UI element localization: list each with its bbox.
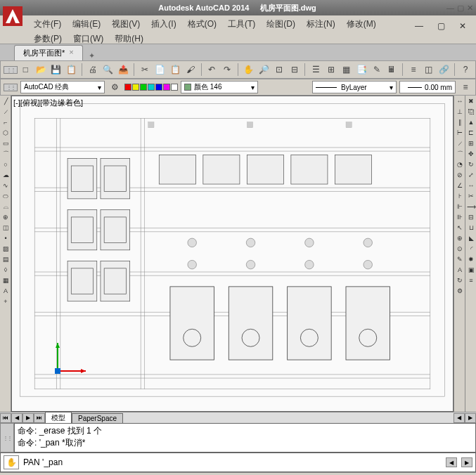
join-icon[interactable]: ⊔ [466,223,476,233]
dim-update-icon[interactable]: ↻ [455,275,465,285]
xref-icon[interactable]: 🔗 [437,63,451,77]
block-icon[interactable]: ◫ [422,63,436,77]
quickcalc-icon[interactable]: 🖩 [385,63,399,77]
lineweight-toggle-icon[interactable]: ≡ [458,80,472,94]
ucs-icon[interactable] [47,339,89,383]
polygon-tool-icon[interactable]: ⬡ [1,128,11,138]
paste-icon[interactable]: 📋 [168,63,182,77]
table-tool-icon[interactable]: ▦ [1,275,11,285]
region-tool-icon[interactable]: ◊ [1,265,11,275]
maximize-button[interactable]: ▢ [457,4,464,13]
polyline-tool-icon[interactable]: ⌐ [1,117,11,127]
copy-mod-icon[interactable]: ⿻ [466,107,476,117]
color-blue[interactable] [155,84,162,91]
tab-scroll-next-icon[interactable]: ▶ [22,413,34,423]
doc-maximize-button[interactable]: ▢ [432,20,451,32]
fillet-icon[interactable]: ◜ [466,244,476,254]
ellipsearc-tool-icon[interactable]: ⌓ [1,202,11,212]
revcloud-tool-icon[interactable]: ☁ [1,170,11,180]
leader-icon[interactable]: ↖ [455,223,465,233]
move-icon[interactable]: ✥ [466,149,476,159]
draworder-icon[interactable]: ▣ [466,265,476,275]
offset-icon[interactable]: ⊏ [466,128,476,138]
save-icon[interactable]: 💾 [49,63,63,77]
pan-icon[interactable]: ✋ [242,63,256,77]
file-tab-active[interactable]: 机房平面图* × [14,45,83,60]
dim-style-icon[interactable]: ⚙ [455,286,465,296]
menu-draw[interactable]: 绘图(D) [261,17,301,32]
trim-icon[interactable]: ✂ [466,191,476,201]
color-cyan[interactable] [148,84,155,91]
paperspace-tab[interactable]: PaperSpace [72,413,123,423]
spline-tool-icon[interactable]: ∿ [1,181,11,190]
dim-ordinate-icon[interactable]: ⊦ [455,191,465,201]
menu-tools[interactable]: 工具(T) [222,17,261,32]
color-dropdown[interactable]: 颜色 146 ▾ [181,81,258,93]
properties-icon[interactable]: ☰ [309,63,323,77]
hatch-tool-icon[interactable]: ▨ [1,244,11,254]
extend-icon[interactable]: ⟶ [466,202,476,212]
design-center-icon[interactable]: ⊞ [324,63,338,77]
sheet-set-icon[interactable]: 📑 [354,63,368,77]
menu-format[interactable]: 格式(O) [182,17,222,32]
break-icon[interactable]: ⊟ [466,212,476,222]
cmd-scroll-right[interactable]: ▶ [461,457,472,467]
dim-arc-icon[interactable]: ⌒ [455,149,465,159]
block-tool-icon[interactable]: ◫ [1,223,11,233]
color-white[interactable] [171,84,178,91]
arc-tool-icon[interactable]: ⌒ [1,149,11,159]
mtext-tool-icon[interactable]: A [1,286,11,296]
color-yellow[interactable] [132,84,139,91]
chamfer-icon[interactable]: ◣ [466,233,476,243]
menu-modify[interactable]: 修改(M) [341,17,382,32]
menu-help[interactable]: 帮助(H) [109,32,149,46]
undo-icon[interactable]: ↶ [205,63,219,77]
redo-icon[interactable]: ↷ [220,63,234,77]
distance-icon[interactable]: ↔ [455,96,465,106]
plot-icon[interactable]: 🖨 [86,63,100,77]
zoom-prev-icon[interactable]: ⊟ [288,63,302,77]
cmd-scroll-left[interactable]: ◀ [446,457,457,467]
workspace-settings-icon[interactable]: ⚙ [108,80,122,94]
dim-angle-icon[interactable]: ∠ [455,181,465,190]
app-logo[interactable] [3,6,22,26]
linetype-dropdown[interactable]: ByLayer ▾ [312,81,397,93]
color-green[interactable] [140,84,147,91]
hscroll-right-icon[interactable]: ▶ [465,413,476,423]
lineweight-dropdown[interactable]: 0.00 mm [399,81,456,93]
tool-palette-icon[interactable]: ▦ [340,63,354,77]
drawing-canvas[interactable]: [-][俯视][带边缘着色] [11,96,454,412]
rotate-icon[interactable]: ↻ [466,160,476,169]
dim-aligned-icon[interactable]: ⟋ [455,138,465,148]
xline-tool-icon[interactable]: ⟋ [1,107,11,117]
gradient-tool-icon[interactable]: ▤ [1,254,11,264]
new-icon[interactable]: □ [19,63,33,77]
tab-scroll-first-icon[interactable]: ⏮ [0,413,11,423]
erase-icon[interactable]: ✖ [466,96,476,106]
stretch-icon[interactable]: ↔ [466,181,476,190]
center-mark-icon[interactable]: ⊙ [455,244,465,254]
menu-param[interactable]: 参数(P) [28,32,67,46]
color-red[interactable] [124,84,131,91]
dim-continue-icon[interactable]: ⊪ [455,212,465,222]
menu-dimension[interactable]: 标注(N) [301,17,341,32]
open-icon[interactable]: 📂 [34,63,48,77]
dim-edit-icon[interactable]: ✎ [455,254,465,264]
menu-insert[interactable]: 插入(I) [146,17,181,32]
help-icon[interactable]: ? [458,63,472,77]
saveas-icon[interactable]: 📋 [65,63,79,77]
toolbar-grip[interactable]: ⋮⋮ [4,66,18,74]
tab-scroll-last-icon[interactable]: ⏭ [34,413,45,423]
dim-linear-icon[interactable]: ⊢ [455,128,465,138]
menu-window[interactable]: 窗口(W) [67,32,109,46]
dim-text-icon[interactable]: A [455,265,465,275]
zoom-window-icon[interactable]: ⊡ [272,63,286,77]
hscroll-track[interactable] [123,413,454,423]
tab-scroll-prev-icon[interactable]: ◀ [11,413,22,423]
mirror-icon[interactable]: ▲ [466,117,476,127]
close-button[interactable]: ✕ [467,4,473,13]
zoom-icon[interactable]: 🔎 [257,63,271,77]
model-tab[interactable]: 模型 [45,412,72,424]
copy-icon[interactable]: 📄 [153,63,167,77]
menu-file[interactable]: 文件(F) [28,17,67,32]
